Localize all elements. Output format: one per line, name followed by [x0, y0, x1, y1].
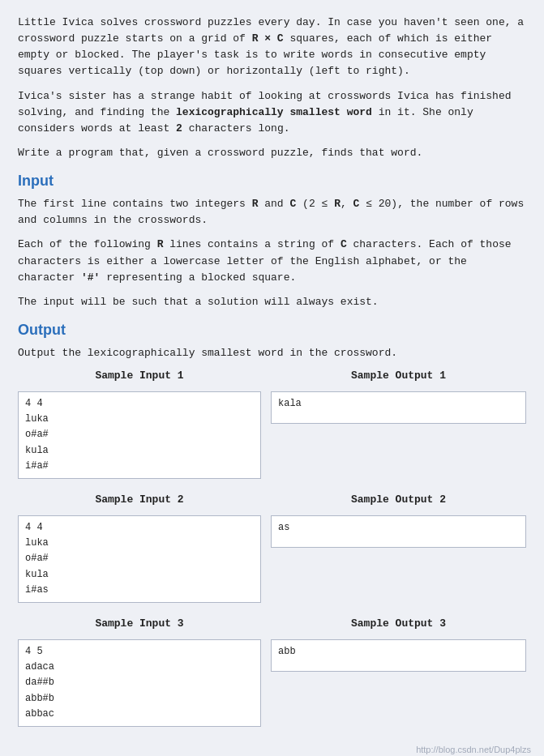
sample-1-output-box: kala	[271, 391, 526, 424]
sample-2-boxes: 4 4lukao#a#kulai#as as	[18, 515, 526, 603]
samples-area: Sample Input 1 Sample Output 1 4 4lukao#…	[18, 369, 526, 727]
intro-p1: Little Ivica solves crossword puzzles ev…	[18, 15, 526, 80]
output-section-title: Output	[18, 322, 526, 339]
sample-row-3: Sample Input 3 Sample Output 3 4 5adacad…	[18, 617, 526, 727]
intro-p2: Ivica's sister has a strange habit of lo…	[18, 88, 526, 137]
sample-1-input-label: Sample Input 1	[18, 369, 261, 382]
sample-3-input-box: 4 5adacada##babb#babbac	[18, 639, 261, 727]
input-p2: Each of the following R lines contains a…	[18, 237, 526, 285]
watermark: http://blog.csdn.net/Dup4plzs	[416, 745, 531, 754]
input-section-title: Input	[18, 173, 526, 190]
sample-1-output-label: Sample Output 1	[271, 369, 526, 382]
output-p1: Output the lexicographically smallest wo…	[18, 345, 526, 361]
intro-p3: Write a program that, given a crossword …	[18, 145, 526, 161]
sample-3-output-box: abb	[271, 639, 526, 672]
input-p1: The first line contains two integers R a…	[18, 196, 526, 229]
sample-1-input-box: 4 4lukao#a#kulai#a#	[18, 391, 261, 479]
sample-2-input-box: 4 4lukao#a#kulai#as	[18, 515, 261, 603]
sample-2-input-label: Sample Input 2	[18, 493, 261, 506]
sample-3-input-label: Sample Input 3	[18, 617, 261, 630]
sample-2-output-box: as	[271, 515, 526, 548]
sample-1-boxes: 4 4lukao#a#kulai#a# kala	[18, 391, 526, 479]
input-p3: The input will be such that a solution w…	[18, 294, 526, 310]
sample-row-2: Sample Input 2 Sample Output 2 4 4lukao#…	[18, 493, 526, 603]
sample-3-boxes: 4 5adacada##babb#babbac abb	[18, 639, 526, 727]
sample-row-1: Sample Input 1 Sample Output 1 4 4lukao#…	[18, 369, 526, 479]
sample-3-labels: Sample Input 3 Sample Output 3	[18, 617, 526, 630]
sample-2-labels: Sample Input 2 Sample Output 2	[18, 493, 526, 506]
page: Little Ivica solves crossword puzzles ev…	[0, 0, 544, 756]
sample-2-output-label: Sample Output 2	[271, 493, 526, 506]
sample-3-output-label: Sample Output 3	[271, 617, 526, 630]
sample-1-labels: Sample Input 1 Sample Output 1	[18, 369, 526, 382]
